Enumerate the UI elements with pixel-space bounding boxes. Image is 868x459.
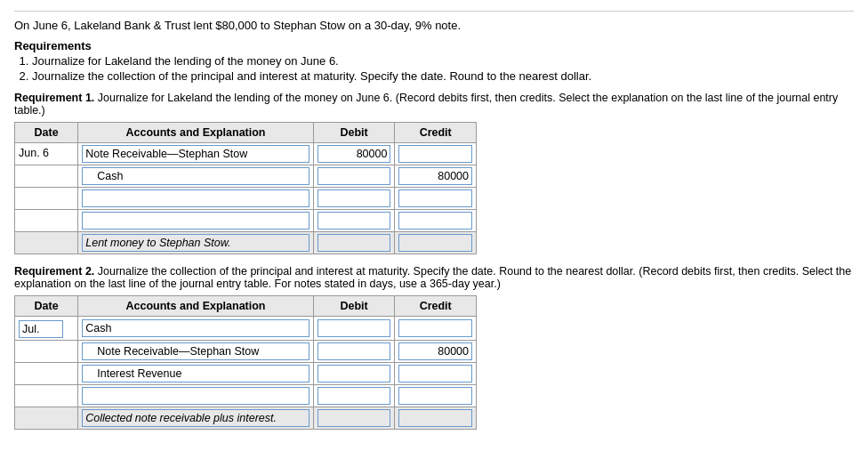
req1-instruction-text: Journalize for Lakeland the lending of t… — [14, 92, 838, 117]
req2-credit-input-4[interactable] — [398, 387, 472, 405]
req1-date-4 — [15, 210, 78, 232]
req1-credit-input-2[interactable] — [398, 167, 472, 185]
req2-credit-input-2[interactable] — [398, 342, 472, 360]
req2-header-date: Date — [15, 296, 78, 317]
req2-header-acct: Accounts and Explanation — [78, 296, 314, 317]
req2-debit-5[interactable] — [313, 407, 395, 430]
req2-header-debit: Debit — [313, 296, 395, 317]
req1-debit-1[interactable] — [313, 143, 395, 165]
req1-debit-input-2[interactable] — [317, 167, 391, 185]
req2-bold: Requirement 2. — [14, 265, 94, 278]
req2-acct-2[interactable] — [78, 341, 314, 363]
req2-debit-input-2[interactable] — [317, 342, 391, 360]
req1-acct-input-3[interactable] — [82, 189, 309, 207]
req1-acct-input-1[interactable] — [82, 145, 309, 163]
req2-credit-3[interactable] — [395, 363, 477, 385]
req1-row-2 — [15, 165, 477, 188]
req2-debit-input-5[interactable] — [317, 409, 391, 427]
req1-credit-input-3[interactable] — [398, 189, 472, 207]
req1-credit-input-1[interactable] — [398, 145, 472, 163]
req2-credit-2[interactable] — [395, 341, 477, 363]
req2-instruction-text: Journalize the collection of the princip… — [14, 265, 851, 290]
req1-acct-3[interactable] — [78, 188, 314, 210]
req1-acct-5[interactable] — [78, 232, 314, 254]
intro-text: On June 6, Lakeland Bank & Trust lent $8… — [14, 11, 854, 32]
req1-acct-4[interactable] — [78, 210, 314, 232]
req2-credit-input-3[interactable] — [398, 365, 472, 382]
req2-debit-input-1[interactable] — [317, 319, 391, 337]
req1-acct-1[interactable] — [78, 143, 314, 165]
req2-acct-4[interactable] — [78, 385, 314, 407]
req2-header-credit: Credit — [395, 296, 477, 317]
req1-debit-input-1[interactable] — [317, 145, 391, 163]
req2-date-3 — [15, 363, 78, 385]
requirement-item-1: Journalize for Lakeland the lending of t… — [32, 54, 854, 68]
req2-acct-input-4[interactable] — [82, 387, 309, 405]
req1-header-credit: Credit — [395, 123, 477, 143]
req2-debit-input-3[interactable] — [317, 365, 391, 382]
req1-acct-input-4[interactable] — [82, 212, 309, 230]
req1-credit-4[interactable] — [395, 210, 477, 232]
req1-acct-input-2[interactable] — [82, 167, 309, 185]
req2-credit-input-5[interactable] — [398, 409, 472, 427]
req1-credit-input-5[interactable] — [398, 234, 472, 252]
req1-credit-3[interactable] — [395, 188, 477, 210]
req2-debit-4[interactable] — [313, 385, 395, 407]
req2-date-2 — [15, 341, 78, 363]
req1-debit-input-5[interactable] — [317, 234, 391, 252]
req2-date-4 — [15, 385, 78, 407]
req1-bold: Requirement 1. — [14, 92, 94, 104]
req2-row-4 — [15, 385, 477, 407]
req1-header-acct: Accounts and Explanation — [78, 123, 314, 143]
req2-debit-input-4[interactable] — [317, 387, 391, 405]
requirements-list: Journalize for Lakeland the lending of t… — [32, 54, 854, 83]
req2-row-5 — [15, 407, 477, 430]
req2-credit-4[interactable] — [395, 385, 477, 407]
req2-journal-table: Date Accounts and Explanation Debit Cred… — [14, 295, 477, 430]
req1-debit-3[interactable] — [313, 188, 395, 210]
req2-row-2 — [15, 341, 477, 363]
req1-credit-2[interactable] — [395, 165, 477, 188]
req2-instruction: Requirement 2. Journalize the collection… — [14, 265, 854, 290]
req2-credit-1[interactable] — [395, 317, 477, 341]
req2-explanation-input[interactable] — [82, 409, 309, 427]
req1-header-date: Date — [15, 123, 78, 143]
req1-date-5 — [15, 232, 78, 254]
requirement-item-2: Journalize the collection of the princip… — [32, 69, 854, 83]
req1-credit-5[interactable] — [395, 232, 477, 254]
req1-acct-2[interactable] — [78, 165, 314, 188]
req1-row-4 — [15, 210, 477, 232]
req2-date-5 — [15, 407, 78, 430]
req2-acct-5[interactable] — [78, 407, 314, 430]
req2-row-1 — [15, 317, 477, 341]
req1-debit-2[interactable] — [313, 165, 395, 188]
req2-debit-3[interactable] — [313, 363, 395, 385]
req2-date-1[interactable] — [15, 317, 78, 341]
req1-row-5 — [15, 232, 477, 254]
req1-explanation-input[interactable] — [82, 234, 309, 252]
req1-row-1: Jun. 6 — [15, 143, 477, 165]
req1-date-2 — [15, 165, 78, 188]
req1-credit-input-4[interactable] — [398, 212, 472, 230]
req2-acct-input-2[interactable] — [82, 342, 309, 360]
req2-date-input-1[interactable] — [19, 320, 63, 338]
req1-credit-1[interactable] — [395, 143, 477, 165]
req1-journal-table: Date Accounts and Explanation Debit Cred… — [14, 122, 477, 254]
req1-header-debit: Debit — [313, 123, 395, 143]
req2-credit-5[interactable] — [395, 407, 477, 430]
requirements-section: Requirements Journalize for Lakeland the… — [14, 39, 854, 83]
req2-acct-1[interactable] — [78, 317, 314, 341]
req2-debit-1[interactable] — [313, 317, 395, 341]
req2-acct-input-3[interactable] — [82, 365, 309, 382]
req1-date-1: Jun. 6 — [15, 143, 78, 165]
req2-row-3 — [15, 363, 477, 385]
req2-acct-3[interactable] — [78, 363, 314, 385]
req1-debit-input-4[interactable] — [317, 212, 391, 230]
req2-debit-2[interactable] — [313, 341, 395, 363]
req2-acct-input-1[interactable] — [82, 319, 309, 337]
req1-debit-input-3[interactable] — [317, 189, 391, 207]
req2-credit-input-1[interactable] — [398, 319, 472, 337]
req1-debit-5[interactable] — [313, 232, 395, 254]
req1-debit-4[interactable] — [313, 210, 395, 232]
req1-instruction: Requirement 1. Journalize for Lakeland t… — [14, 92, 854, 117]
